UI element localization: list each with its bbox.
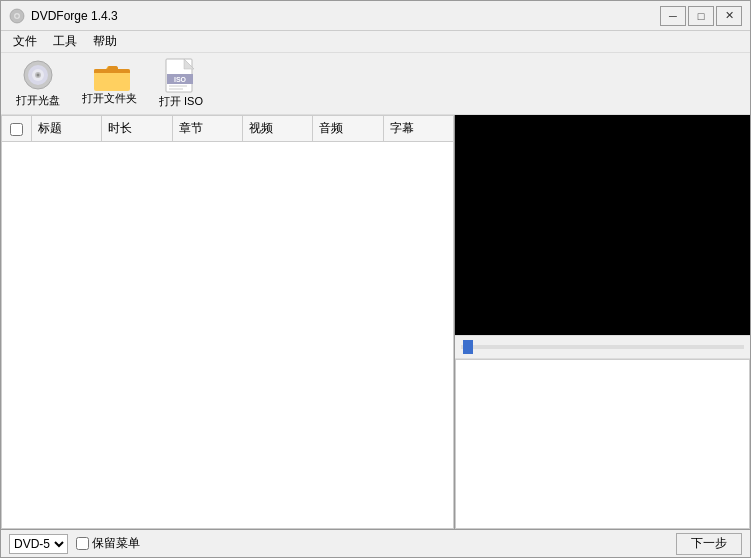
table-header-chapters: 章节: [172, 116, 242, 142]
maximize-button[interactable]: □: [688, 6, 714, 26]
minimize-button[interactable]: ─: [660, 6, 686, 26]
track-table: 标题 时长 章节 视频 音频 字幕: [1, 115, 454, 142]
right-panel: [455, 115, 750, 529]
table-header-subtitles: 字幕: [383, 116, 453, 142]
preserve-menu-checkbox[interactable]: [76, 537, 89, 550]
table-header-select[interactable]: [2, 116, 32, 142]
svg-point-3: [16, 15, 18, 17]
left-panel: 标题 时长 章节 视频 音频 字幕: [1, 115, 455, 529]
disc-icon: [22, 59, 54, 91]
menu-bar: 文件 工具 帮助: [1, 31, 750, 53]
table-body-scroll: [1, 142, 454, 529]
menu-file[interactable]: 文件: [5, 31, 45, 52]
open-disc-button[interactable]: 打开光盘: [9, 54, 67, 113]
iso-icon: ISO: [165, 58, 197, 92]
window-controls: ─ □ ✕: [660, 6, 742, 26]
table-header-video: 视频: [242, 116, 312, 142]
status-bar: DVD-5 DVD-9 保留菜单 下一步: [1, 529, 750, 557]
video-preview: [455, 115, 750, 335]
table-header-audio: 音频: [313, 116, 383, 142]
title-bar-icon: [9, 8, 25, 24]
menu-tools[interactable]: 工具: [45, 31, 85, 52]
select-all-checkbox[interactable]: [10, 123, 23, 136]
seek-track[interactable]: [461, 345, 744, 349]
main-content: 标题 时长 章节 视频 音频 字幕: [1, 115, 750, 529]
toolbar: 打开光盘 打开文件夹: [1, 53, 750, 115]
main-window: DVDForge 1.4.3 ─ □ ✕ 文件 工具 帮助 打开光盘: [0, 0, 751, 558]
window-title: DVDForge 1.4.3: [31, 9, 660, 23]
open-folder-label: 打开文件夹: [82, 91, 137, 106]
next-button[interactable]: 下一步: [676, 533, 742, 555]
seek-bar-area: [455, 335, 750, 359]
title-bar: DVDForge 1.4.3 ─ □ ✕: [1, 1, 750, 31]
close-button[interactable]: ✕: [716, 6, 742, 26]
seek-thumb[interactable]: [463, 340, 473, 354]
folder-icon: [94, 61, 126, 89]
open-folder-button[interactable]: 打开文件夹: [75, 56, 144, 111]
preserve-menu-text: 保留菜单: [92, 535, 140, 552]
svg-text:ISO: ISO: [174, 76, 187, 83]
info-text-area: [455, 359, 750, 529]
table-header-duration: 时长: [102, 116, 172, 142]
open-iso-button[interactable]: ISO 打开 ISO: [152, 53, 210, 114]
open-iso-label: 打开 ISO: [159, 94, 203, 109]
menu-help[interactable]: 帮助: [85, 31, 125, 52]
open-disc-label: 打开光盘: [16, 93, 60, 108]
table-header-title: 标题: [32, 116, 102, 142]
preserve-menu-label[interactable]: 保留菜单: [76, 535, 140, 552]
dvd-type-select[interactable]: DVD-5 DVD-9: [9, 534, 68, 554]
svg-point-8: [37, 74, 40, 77]
